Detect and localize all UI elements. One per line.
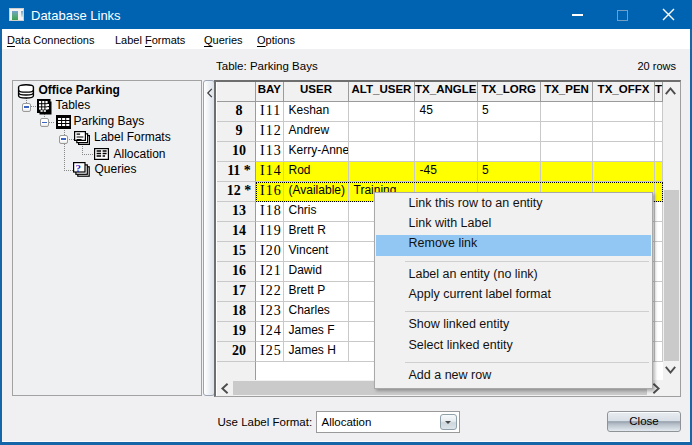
- svg-text:?: ?: [76, 162, 82, 174]
